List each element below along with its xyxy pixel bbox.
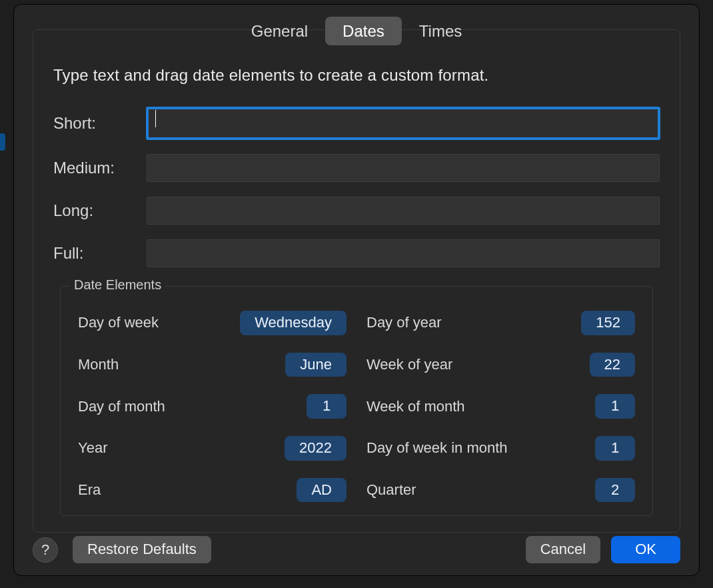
- tab-dates[interactable]: Dates: [325, 17, 402, 45]
- window-edge-accent: [0, 133, 5, 151]
- ok-button[interactable]: OK: [611, 536, 680, 563]
- medium-format-row: Medium:: [53, 154, 660, 182]
- element-label: Day of year: [366, 314, 442, 331]
- pill-day-of-year[interactable]: 152: [581, 311, 635, 335]
- pill-day-of-month[interactable]: 1: [307, 394, 347, 419]
- pill-quarter[interactable]: 2: [595, 478, 635, 503]
- element-week-of-month: Week of month 1: [366, 394, 635, 419]
- short-format-input[interactable]: [147, 107, 660, 139]
- cancel-button[interactable]: Cancel: [526, 536, 600, 563]
- element-quarter: Quarter 2: [366, 478, 635, 503]
- long-format-input[interactable]: [147, 197, 660, 225]
- tab-general[interactable]: General: [234, 17, 325, 45]
- element-day-of-month: Day of month 1: [78, 394, 347, 419]
- element-label: Day of week: [78, 314, 159, 331]
- element-year: Year 2022: [78, 436, 347, 461]
- element-era: Era AD: [78, 478, 347, 503]
- element-day-of-week: Day of week Wednesday: [78, 311, 347, 335]
- full-format-input[interactable]: [147, 239, 660, 267]
- long-label: Long:: [53, 201, 147, 220]
- date-elements-title: Date Elements: [70, 277, 165, 293]
- pill-day-of-week[interactable]: Wednesday: [240, 311, 347, 335]
- element-week-of-year: Week of year 22: [366, 353, 635, 377]
- date-elements-box: Date Elements Day of week Wednesday Day …: [60, 286, 653, 516]
- instruction-text: Type text and drag date elements to crea…: [53, 66, 660, 85]
- element-label: Year: [78, 439, 107, 457]
- short-label: Short:: [53, 114, 147, 133]
- full-format-row: Full:: [53, 239, 660, 267]
- tab-bar: General Dates Times: [14, 17, 699, 45]
- element-label: Era: [78, 481, 101, 499]
- tab-times[interactable]: Times: [402, 17, 479, 45]
- long-format-row: Long:: [53, 197, 660, 225]
- element-label: Day of month: [78, 398, 165, 415]
- short-format-row: Short:: [53, 107, 660, 139]
- preferences-sheet: General Dates Times Type text and drag d…: [13, 4, 700, 576]
- pill-week-of-year[interactable]: 22: [590, 353, 635, 377]
- text-caret: [155, 110, 156, 127]
- pill-day-of-week-in-month[interactable]: 1: [595, 436, 635, 461]
- full-label: Full:: [53, 244, 147, 263]
- dates-panel: Type text and drag date elements to crea…: [33, 29, 680, 533]
- date-elements-grid: Day of week Wednesday Day of year 152 Mo…: [78, 311, 635, 502]
- element-label: Day of week in month: [366, 439, 508, 457]
- element-day-of-year: Day of year 152: [366, 311, 635, 335]
- element-label: Week of year: [366, 356, 452, 373]
- medium-label: Medium:: [53, 159, 147, 177]
- pill-era[interactable]: AD: [297, 478, 347, 503]
- pill-month[interactable]: June: [285, 353, 347, 377]
- medium-format-input[interactable]: [147, 154, 660, 182]
- pill-year[interactable]: 2022: [285, 436, 347, 461]
- footer-bar: ? Restore Defaults Cancel OK: [33, 536, 680, 563]
- tab-segment: General Dates Times: [234, 17, 480, 45]
- element-month: Month June: [78, 353, 347, 377]
- element-label: Week of month: [366, 398, 465, 415]
- element-label: Quarter: [366, 481, 416, 499]
- element-day-of-week-in-month: Day of week in month 1: [366, 436, 635, 461]
- pill-week-of-month[interactable]: 1: [595, 394, 635, 419]
- element-label: Month: [78, 356, 119, 373]
- help-button[interactable]: ?: [33, 537, 58, 563]
- restore-defaults-button[interactable]: Restore Defaults: [73, 536, 211, 563]
